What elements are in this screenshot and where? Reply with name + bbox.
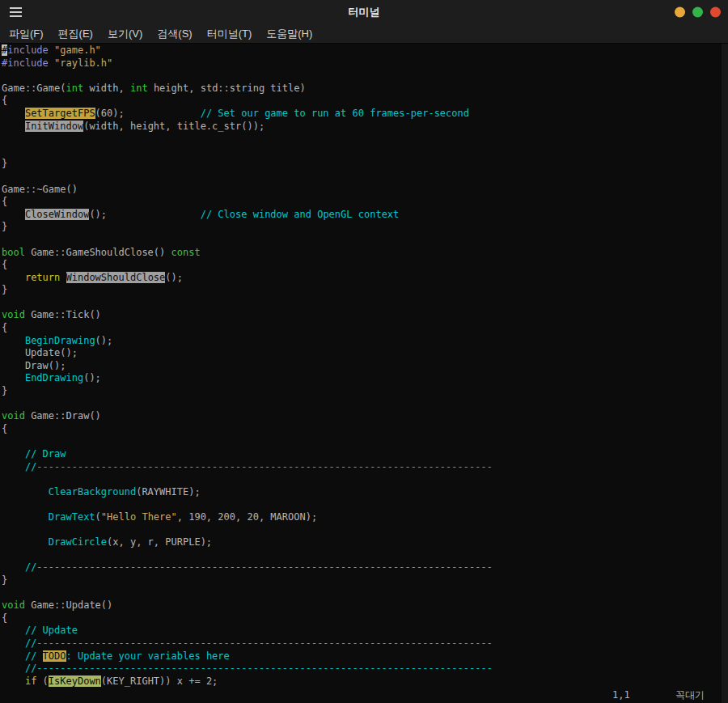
code-line: Game::Game(int width, int height, std::s… bbox=[2, 83, 728, 95]
code-line bbox=[2, 549, 728, 562]
code-token bbox=[2, 650, 25, 662]
code-token: (width, height, title.c_str()); bbox=[83, 121, 265, 132]
menu-item-terminal[interactable]: 터미널(T) bbox=[200, 24, 260, 44]
code-line: #include "game.h" bbox=[2, 44, 728, 57]
code-token: // Close window and OpenGL context bbox=[201, 209, 400, 220]
code-token: Game::GameShouldClose() bbox=[25, 247, 171, 258]
hamburger-bar bbox=[10, 15, 22, 17]
code-line: DrawText("Hello There", 190, 200, 20, MA… bbox=[2, 511, 728, 524]
code-token: void bbox=[2, 410, 25, 421]
code-token: return bbox=[25, 272, 60, 283]
code-line: // Update bbox=[2, 625, 728, 637]
terminal-content[interactable]: #include "game.h"#include "raylib.h"Game… bbox=[0, 44, 728, 703]
code-token: (); bbox=[95, 335, 113, 346]
code-token: { bbox=[2, 612, 7, 624]
menu-item-file[interactable]: 파일(F) bbox=[2, 24, 51, 44]
hamburger-bar bbox=[10, 7, 22, 9]
code-line: { bbox=[2, 196, 728, 209]
code-token: Game::~Game() bbox=[2, 184, 78, 195]
code-line: Game::~Game() bbox=[2, 184, 728, 197]
code-line: //--------------------------------------… bbox=[2, 637, 728, 650]
code-token: { bbox=[2, 259, 7, 270]
code-line bbox=[2, 297, 728, 310]
hamburger-bar bbox=[10, 11, 22, 13]
menu-item-edit[interactable]: 편집(E) bbox=[51, 24, 100, 44]
code-line: { bbox=[2, 423, 728, 436]
code-line: } bbox=[2, 158, 728, 171]
scroll-position-indicator: 꼭대기 bbox=[675, 689, 705, 702]
scrollbar[interactable] bbox=[722, 44, 728, 703]
menu-item-view[interactable]: 보기(V) bbox=[100, 24, 150, 44]
code-line bbox=[2, 473, 728, 486]
code-line: EndDrawing(); bbox=[2, 372, 728, 385]
code-token: void bbox=[2, 309, 25, 320]
code-token bbox=[2, 272, 25, 283]
code-token: (60); bbox=[95, 108, 201, 119]
code-token: (); bbox=[89, 209, 200, 220]
code-line: Draw(); bbox=[2, 360, 728, 373]
code-token: { bbox=[2, 95, 7, 106]
code-token: } bbox=[2, 385, 7, 396]
code-token: (RAYWHITE); bbox=[136, 486, 200, 498]
code-token: const bbox=[171, 247, 201, 258]
menu-item-search[interactable]: 검색(S) bbox=[150, 24, 199, 44]
code-line bbox=[2, 146, 728, 159]
code-token bbox=[2, 108, 25, 119]
code-line bbox=[2, 398, 728, 411]
code-line: // TODO: Update your variables here bbox=[2, 650, 728, 663]
code-token: DrawCircle bbox=[49, 536, 107, 548]
code-line: ClearBackground(RAYWHITE); bbox=[2, 486, 728, 499]
code-token bbox=[2, 536, 49, 548]
code-line: } bbox=[2, 385, 728, 398]
code-token bbox=[2, 663, 25, 674]
code-token: BeginDrawing bbox=[25, 335, 95, 346]
code-token: TODO bbox=[43, 650, 66, 662]
code-line: CloseWindow(); // Close window and OpenG… bbox=[2, 209, 728, 222]
cursor-position: 1,1 bbox=[612, 689, 630, 702]
code-token bbox=[2, 625, 25, 636]
code-line: } bbox=[2, 284, 728, 297]
code-line bbox=[2, 133, 728, 146]
code-token: Game::Tick() bbox=[25, 309, 101, 320]
code-token: "raylib.h" bbox=[54, 57, 112, 69]
vim-statusline: 1,1 꼭대기 bbox=[0, 689, 728, 702]
minimize-button[interactable] bbox=[675, 7, 685, 18]
code-line: // Draw bbox=[2, 448, 728, 461]
code-token: Update(); bbox=[2, 347, 78, 358]
code-line: void Game::Tick() bbox=[2, 309, 728, 322]
code-token: : Update your variables here bbox=[66, 650, 230, 662]
code-token: } bbox=[2, 284, 7, 295]
code-token: "Hello There" bbox=[101, 511, 177, 523]
code-token bbox=[60, 272, 66, 283]
code-token: // Set our game to run at 60 frames-per-… bbox=[201, 108, 469, 119]
code-token: // Update bbox=[25, 625, 78, 636]
code-token: int bbox=[66, 83, 83, 94]
code-line bbox=[2, 498, 728, 511]
code-token bbox=[2, 448, 25, 459]
code-token: if bbox=[25, 675, 36, 687]
code-token: include bbox=[7, 44, 49, 56]
code-token bbox=[49, 57, 54, 69]
code-token: (KEY_RIGHT)) x += 2; bbox=[101, 675, 218, 687]
code-line: //--------------------------------------… bbox=[2, 461, 728, 474]
code-token: Game::Game( bbox=[2, 83, 66, 94]
menubar: 파일(F)편집(E)보기(V)검색(S)터미널(T)도움말(H) bbox=[0, 24, 728, 44]
code-line: //--------------------------------------… bbox=[2, 663, 728, 675]
code-token bbox=[2, 461, 25, 472]
code-token: bool bbox=[2, 247, 25, 258]
code-token: #include bbox=[2, 57, 49, 69]
hamburger-menu-icon[interactable] bbox=[10, 7, 22, 17]
code-line bbox=[2, 435, 728, 448]
code-line: DrawCircle(x, y, r, PURPLE); bbox=[2, 536, 728, 549]
menu-item-help[interactable]: 도움말(H) bbox=[259, 24, 320, 44]
close-button[interactable] bbox=[710, 7, 721, 18]
code-line: { bbox=[2, 259, 728, 272]
code-token bbox=[2, 675, 25, 687]
code-token: { bbox=[2, 423, 7, 434]
code-line: } bbox=[2, 221, 728, 234]
maximize-button[interactable] bbox=[692, 7, 703, 18]
code-token bbox=[2, 335, 25, 346]
code-token: CloseWindow bbox=[25, 209, 89, 220]
code-line bbox=[2, 587, 728, 600]
code-line: if (IsKeyDown(KEY_RIGHT)) x += 2; bbox=[2, 675, 728, 688]
